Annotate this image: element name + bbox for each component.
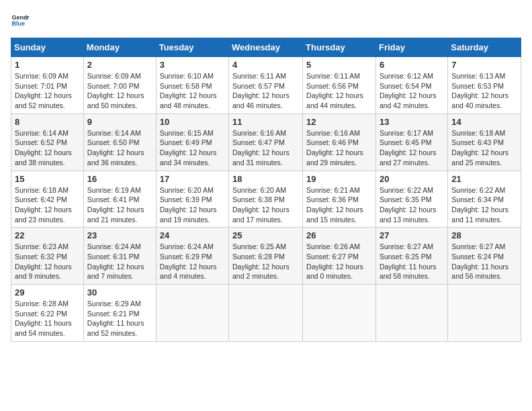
day-number: 1 (15, 60, 80, 70)
calendar-cell: 3 Sunrise: 6:10 AMSunset: 6:58 PMDayligh… (156, 57, 228, 114)
calendar-cell (156, 285, 228, 342)
calendar-cell: 28 Sunrise: 6:27 AMSunset: 6:24 PMDaylig… (448, 228, 521, 285)
day-detail: Sunrise: 6:16 AMSunset: 6:46 PMDaylight:… (306, 129, 363, 167)
day-number: 15 (15, 174, 80, 184)
day-number: 22 (15, 230, 80, 240)
day-detail: Sunrise: 6:17 AMSunset: 6:45 PMDaylight:… (380, 129, 437, 167)
calendar-cell: 11 Sunrise: 6:16 AMSunset: 6:47 PMDaylig… (229, 113, 303, 171)
calendar-cell: 16 Sunrise: 6:19 AMSunset: 6:41 PMDaylig… (83, 171, 156, 228)
day-detail: Sunrise: 6:12 AMSunset: 6:54 PMDaylight:… (380, 72, 437, 109)
day-detail: Sunrise: 6:15 AMSunset: 6:49 PMDaylight:… (160, 129, 217, 167)
calendar-cell: 22 Sunrise: 6:23 AMSunset: 6:32 PMDaylig… (11, 228, 84, 285)
calendar-cell: 29 Sunrise: 6:28 AMSunset: 6:22 PMDaylig… (11, 285, 84, 342)
day-detail: Sunrise: 6:09 AMSunset: 7:00 PMDaylight:… (87, 72, 144, 109)
calendar-cell: 27 Sunrise: 6:27 AMSunset: 6:25 PMDaylig… (375, 228, 447, 285)
day-detail: Sunrise: 6:19 AMSunset: 6:41 PMDaylight:… (87, 186, 144, 224)
weekday-friday: Friday (375, 38, 447, 57)
day-number: 14 (451, 117, 517, 127)
day-number: 12 (306, 117, 372, 127)
weekday-wednesday: Wednesday (229, 38, 303, 57)
calendar-cell (229, 285, 303, 342)
day-detail: Sunrise: 6:14 AMSunset: 6:50 PMDaylight:… (87, 129, 144, 167)
calendar-cell: 30 Sunrise: 6:29 AMSunset: 6:21 PMDaylig… (83, 285, 156, 342)
day-detail: Sunrise: 6:18 AMSunset: 6:43 PMDaylight:… (451, 129, 508, 167)
day-detail: Sunrise: 6:14 AMSunset: 6:52 PMDaylight:… (15, 129, 72, 167)
svg-text:Blue: Blue (11, 20, 25, 27)
day-detail: Sunrise: 6:23 AMSunset: 6:32 PMDaylight:… (15, 242, 72, 280)
calendar-cell: 1 Sunrise: 6:09 AMSunset: 7:01 PMDayligh… (11, 57, 84, 114)
day-number: 29 (15, 287, 80, 298)
day-number: 8 (15, 117, 80, 127)
day-number: 24 (160, 230, 225, 240)
calendar-cell: 14 Sunrise: 6:18 AMSunset: 6:43 PMDaylig… (448, 113, 521, 171)
day-number: 16 (87, 174, 152, 184)
day-number: 30 (87, 287, 152, 298)
calendar-cell: 18 Sunrise: 6:20 AMSunset: 6:38 PMDaylig… (229, 171, 303, 228)
day-detail: Sunrise: 6:11 AMSunset: 6:56 PMDaylight:… (306, 72, 363, 109)
calendar-cell: 21 Sunrise: 6:22 AMSunset: 6:34 PMDaylig… (448, 171, 521, 228)
day-detail: Sunrise: 6:13 AMSunset: 6:53 PMDaylight:… (451, 72, 508, 109)
logo-icon: General Blue (11, 11, 30, 30)
day-number: 25 (232, 230, 299, 240)
weekday-header-row: SundayMondayTuesdayWednesdayThursdayFrid… (11, 38, 521, 57)
week-row-4: 22 Sunrise: 6:23 AMSunset: 6:32 PMDaylig… (11, 228, 521, 285)
day-detail: Sunrise: 6:27 AMSunset: 6:24 PMDaylight:… (451, 242, 508, 280)
day-detail: Sunrise: 6:24 AMSunset: 6:29 PMDaylight:… (160, 242, 217, 280)
weekday-monday: Monday (83, 38, 156, 57)
day-detail: Sunrise: 6:10 AMSunset: 6:58 PMDaylight:… (160, 72, 217, 109)
weekday-sunday: Sunday (11, 38, 84, 57)
calendar-cell: 26 Sunrise: 6:26 AMSunset: 6:27 PMDaylig… (303, 228, 376, 285)
day-detail: Sunrise: 6:16 AMSunset: 6:47 PMDaylight:… (232, 129, 290, 167)
calendar-cell: 4 Sunrise: 6:11 AMSunset: 6:57 PMDayligh… (229, 57, 303, 114)
week-row-5: 29 Sunrise: 6:28 AMSunset: 6:22 PMDaylig… (11, 285, 521, 342)
day-number: 13 (380, 117, 444, 127)
page-header: General Blue (11, 11, 521, 30)
day-number: 23 (87, 230, 152, 240)
calendar-table: SundayMondayTuesdayWednesdayThursdayFrid… (11, 38, 521, 342)
calendar-cell: 2 Sunrise: 6:09 AMSunset: 7:00 PMDayligh… (83, 57, 156, 114)
day-number: 5 (306, 60, 372, 70)
day-detail: Sunrise: 6:11 AMSunset: 6:57 PMDaylight:… (232, 72, 290, 109)
calendar-cell: 23 Sunrise: 6:24 AMSunset: 6:31 PMDaylig… (83, 228, 156, 285)
day-detail: Sunrise: 6:27 AMSunset: 6:25 PMDaylight:… (380, 242, 437, 280)
week-row-3: 15 Sunrise: 6:18 AMSunset: 6:42 PMDaylig… (11, 171, 521, 228)
calendar-cell (375, 285, 447, 342)
day-detail: Sunrise: 6:18 AMSunset: 6:42 PMDaylight:… (15, 186, 72, 224)
weekday-saturday: Saturday (448, 38, 521, 57)
calendar-cell: 5 Sunrise: 6:11 AMSunset: 6:56 PMDayligh… (303, 57, 376, 114)
day-number: 7 (451, 60, 517, 70)
weekday-thursday: Thursday (303, 38, 376, 57)
day-number: 17 (160, 174, 225, 184)
day-detail: Sunrise: 6:26 AMSunset: 6:27 PMDaylight:… (306, 242, 363, 280)
day-detail: Sunrise: 6:25 AMSunset: 6:28 PMDaylight:… (232, 242, 290, 280)
week-row-1: 1 Sunrise: 6:09 AMSunset: 7:01 PMDayligh… (11, 57, 521, 114)
day-number: 3 (160, 60, 225, 70)
day-detail: Sunrise: 6:22 AMSunset: 6:34 PMDaylight:… (451, 186, 508, 224)
calendar-cell: 19 Sunrise: 6:21 AMSunset: 6:36 PMDaylig… (303, 171, 376, 228)
calendar-cell (303, 285, 376, 342)
day-number: 4 (232, 60, 299, 70)
day-number: 10 (160, 117, 225, 127)
day-number: 28 (451, 230, 517, 240)
calendar-cell: 15 Sunrise: 6:18 AMSunset: 6:42 PMDaylig… (11, 171, 84, 228)
day-number: 9 (87, 117, 152, 127)
day-detail: Sunrise: 6:09 AMSunset: 7:01 PMDaylight:… (15, 72, 72, 109)
calendar-cell (448, 285, 521, 342)
day-number: 21 (451, 174, 517, 184)
calendar-cell: 25 Sunrise: 6:25 AMSunset: 6:28 PMDaylig… (229, 228, 303, 285)
day-number: 27 (380, 230, 444, 240)
day-number: 19 (306, 174, 372, 184)
day-detail: Sunrise: 6:29 AMSunset: 6:21 PMDaylight:… (87, 300, 144, 337)
week-row-2: 8 Sunrise: 6:14 AMSunset: 6:52 PMDayligh… (11, 113, 521, 171)
day-number: 11 (232, 117, 299, 127)
calendar-cell: 7 Sunrise: 6:13 AMSunset: 6:53 PMDayligh… (448, 57, 521, 114)
calendar-cell: 13 Sunrise: 6:17 AMSunset: 6:45 PMDaylig… (375, 113, 447, 171)
weekday-tuesday: Tuesday (156, 38, 228, 57)
day-detail: Sunrise: 6:21 AMSunset: 6:36 PMDaylight:… (306, 186, 363, 224)
calendar-cell: 17 Sunrise: 6:20 AMSunset: 6:39 PMDaylig… (156, 171, 228, 228)
calendar-cell: 24 Sunrise: 6:24 AMSunset: 6:29 PMDaylig… (156, 228, 228, 285)
day-number: 18 (232, 174, 299, 184)
day-detail: Sunrise: 6:24 AMSunset: 6:31 PMDaylight:… (87, 242, 144, 280)
day-number: 26 (306, 230, 372, 240)
day-detail: Sunrise: 6:28 AMSunset: 6:22 PMDaylight:… (15, 300, 72, 337)
